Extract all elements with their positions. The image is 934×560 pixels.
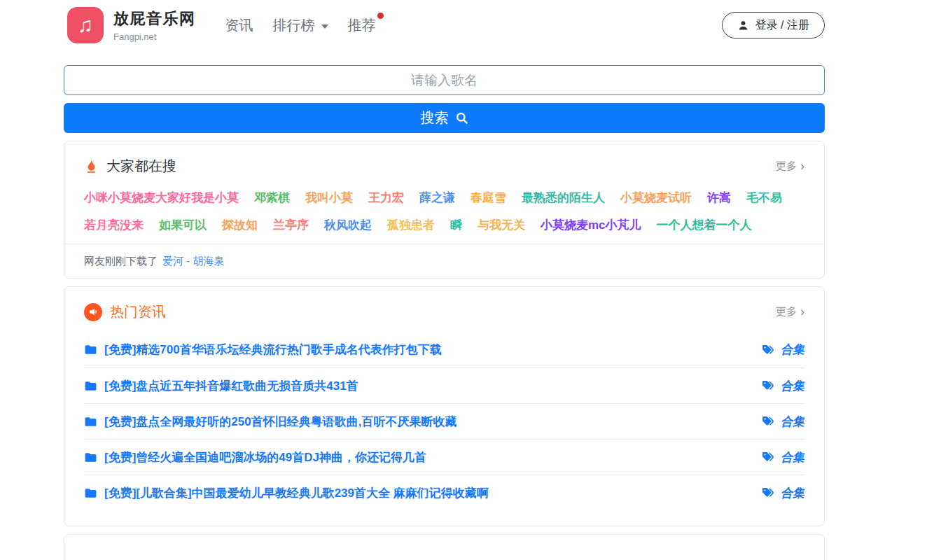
- hot-search-tag[interactable]: 孤独患者: [387, 217, 435, 233]
- chevron-down-icon: [321, 24, 328, 29]
- news-item[interactable]: [免费]精选700首华语乐坛经典流行热门歌手成名代表作打包下载合集: [84, 332, 804, 368]
- hot-search-tag[interactable]: 王力宏: [368, 190, 404, 206]
- collection-badge-link[interactable]: 合集: [762, 485, 804, 501]
- collection-badge-label: 合集: [781, 414, 804, 430]
- search-button-label: 搜索: [421, 108, 449, 127]
- collection-badge-label: 合集: [781, 342, 804, 358]
- news-title-link[interactable]: [免费]精选700首华语乐坛经典流行热门歌手成名代表作打包下载: [104, 342, 442, 358]
- hot-search-tag[interactable]: 探故知: [222, 217, 258, 233]
- collection-badge-label: 合集: [781, 378, 804, 394]
- megaphone-icon: [84, 303, 102, 321]
- user-icon: [737, 20, 749, 31]
- hot-search-header: 大家都在搜 更多 ›: [64, 141, 824, 176]
- folder-icon: [84, 451, 97, 464]
- tag-icon: [762, 379, 775, 392]
- next-section-card: [64, 534, 825, 560]
- news-item[interactable]: [免费][儿歌合集]中国最爱幼儿早教经典儿歌239首大全 麻麻们记得收藏啊合集: [84, 475, 804, 510]
- hot-search-title: 大家都在搜: [106, 157, 176, 176]
- site-name: 放屁音乐网: [113, 8, 196, 29]
- hot-search-tag[interactable]: 小莫烧麦试听: [620, 190, 692, 206]
- tag-icon: [762, 486, 775, 499]
- hot-search-tag[interactable]: 瞬: [450, 217, 462, 233]
- hot-news-more-link[interactable]: 更多 ›: [776, 305, 804, 318]
- hot-news-list: [免费]精选700首华语乐坛经典流行热门歌手成名代表作打包下载合集[免费]盘点近…: [64, 332, 824, 526]
- hot-search-tag[interactable]: 薛之谦: [419, 190, 455, 206]
- news-title-link[interactable]: [免费]盘点近五年抖音爆红歌曲无损音质共431首: [104, 378, 358, 394]
- news-title-link[interactable]: [免费][儿歌合集]中国最爱幼儿早教经典儿歌239首大全 麻麻们记得收藏啊: [104, 485, 489, 501]
- hot-search-tag[interactable]: 春庭雪: [471, 190, 506, 206]
- hot-news-card: 热门资讯 更多 › [免费]精选700首华语乐坛经典流行热门歌手成名代表作打包下…: [64, 286, 825, 526]
- hot-search-more-label: 更多: [776, 160, 797, 173]
- nav-item-ranking[interactable]: 排行榜: [273, 16, 328, 35]
- hot-search-tag[interactable]: 与我无关: [478, 217, 525, 233]
- collection-badge-label: 合集: [781, 449, 804, 465]
- notification-dot: [377, 13, 384, 19]
- hot-search-tag[interactable]: 如果可以: [159, 217, 207, 233]
- tag-icon: [762, 451, 775, 463]
- nav-item-news[interactable]: 资讯: [225, 16, 253, 35]
- search-input[interactable]: [64, 65, 825, 95]
- login-register-button[interactable]: 登录 / 注册: [722, 12, 825, 38]
- login-register-label: 登录 / 注册: [755, 18, 809, 33]
- hot-search-more-link[interactable]: 更多 ›: [776, 160, 804, 173]
- site-domain: Fangpi.net: [113, 31, 196, 42]
- music-note-icon: ♫: [67, 7, 104, 43]
- news-item[interactable]: [免费]曾经火遍全国迪吧溜冰场的49首DJ神曲，你还记得几首合集: [84, 439, 804, 475]
- news-title-link[interactable]: [免费]盘点全网最好听的250首怀旧经典粤语歌曲,百听不厌果断收藏: [104, 414, 456, 430]
- hot-news-header: 热门资讯 更多 ›: [64, 287, 824, 321]
- nav-item-recommend[interactable]: 推荐: [348, 16, 376, 35]
- tag-icon: [762, 415, 775, 428]
- hot-search-tag[interactable]: 我叫小莫: [305, 190, 353, 206]
- hot-search-tag-row: 小咪小莫烧麦大家好我是小莫邓紫棋我叫小莫王力宏薛之谦春庭雪最熟悉的陌生人小莫烧麦…: [84, 184, 804, 211]
- search-icon: [455, 111, 468, 125]
- collection-badge-link[interactable]: 合集: [762, 449, 804, 465]
- hot-search-card: 大家都在搜 更多 › 小咪小莫烧麦大家好我是小莫邓紫棋我叫小莫王力宏薛之谦春庭雪…: [64, 141, 825, 279]
- flame-icon: [84, 158, 99, 174]
- collection-badge-link[interactable]: 合集: [762, 342, 804, 358]
- hot-search-tag[interactable]: 兰亭序: [273, 217, 309, 233]
- site-logo[interactable]: ♫ 放屁音乐网 Fangpi.net: [67, 7, 196, 43]
- hot-news-title: 热门资讯: [110, 302, 166, 321]
- collection-badge-link[interactable]: 合集: [762, 378, 804, 394]
- hot-search-tag[interactable]: 邓紫棋: [254, 190, 290, 206]
- hot-search-tags: 小咪小莫烧麦大家好我是小莫邓紫棋我叫小莫王力宏薛之谦春庭雪最熟悉的陌生人小莫烧麦…: [64, 176, 824, 239]
- chevron-right-icon: ›: [800, 305, 804, 318]
- folder-icon: [84, 343, 97, 356]
- nav-item-ranking-label: 排行榜: [273, 16, 315, 35]
- chevron-right-icon: ›: [800, 160, 804, 172]
- nav-item-recommend-label: 推荐: [348, 16, 376, 35]
- news-item[interactable]: [免费]盘点全网最好听的250首怀旧经典粤语歌曲,百听不厌果断收藏合集: [84, 403, 804, 439]
- hot-search-tag[interactable]: 一个人想着一个人: [657, 217, 752, 233]
- hot-search-tag[interactable]: 最熟悉的陌生人: [522, 190, 605, 206]
- nav-item-news-label: 资讯: [225, 16, 253, 35]
- news-item[interactable]: [免费]盘点近五年抖音爆红歌曲无损音质共431首合集: [84, 368, 804, 403]
- site-title-block: 放屁音乐网 Fangpi.net: [113, 8, 196, 42]
- downloaded-song-link[interactable]: 爱河 - 胡海泉: [162, 255, 224, 268]
- hot-search-tag[interactable]: 毛不易: [746, 190, 782, 206]
- hot-search-tag-row: 若月亮没来如果可以探故知兰亭序秋风吹起孤独患者瞬与我无关小莫烧麦mc小芃儿一个人…: [84, 211, 804, 239]
- folder-icon: [84, 486, 97, 500]
- download-ticker-text: 网友刚刚下载了: [84, 255, 158, 268]
- main-nav: 资讯 排行榜 推荐: [225, 16, 376, 35]
- hot-search-tag[interactable]: 小咪小莫烧麦大家好我是小莫: [84, 190, 239, 206]
- page: ♫ 放屁音乐网 Fangpi.net 资讯 排行榜 推荐 登录 / 注册: [64, 0, 825, 560]
- site-header: ♫ 放屁音乐网 Fangpi.net 资讯 排行榜 推荐 登录 / 注册: [64, 0, 825, 42]
- news-title-link[interactable]: [免费]曾经火遍全国迪吧溜冰场的49首DJ神曲，你还记得几首: [104, 449, 426, 465]
- collection-badge-label: 合集: [781, 485, 804, 501]
- tag-icon: [762, 344, 775, 356]
- collection-badge-link[interactable]: 合集: [762, 414, 804, 430]
- folder-icon: [84, 415, 97, 428]
- hot-search-tag[interactable]: 若月亮没来: [84, 217, 144, 233]
- hot-search-tag[interactable]: 小莫烧麦mc小芃儿: [541, 217, 641, 233]
- download-ticker: 网友刚刚下载了 爱河 - 胡海泉: [64, 244, 824, 278]
- folder-icon: [84, 379, 97, 393]
- hot-search-tag[interactable]: 许嵩: [707, 190, 731, 206]
- search-button[interactable]: 搜索: [64, 103, 825, 133]
- hot-search-tag[interactable]: 秋风吹起: [324, 217, 372, 233]
- hot-news-more-label: 更多: [776, 305, 797, 318]
